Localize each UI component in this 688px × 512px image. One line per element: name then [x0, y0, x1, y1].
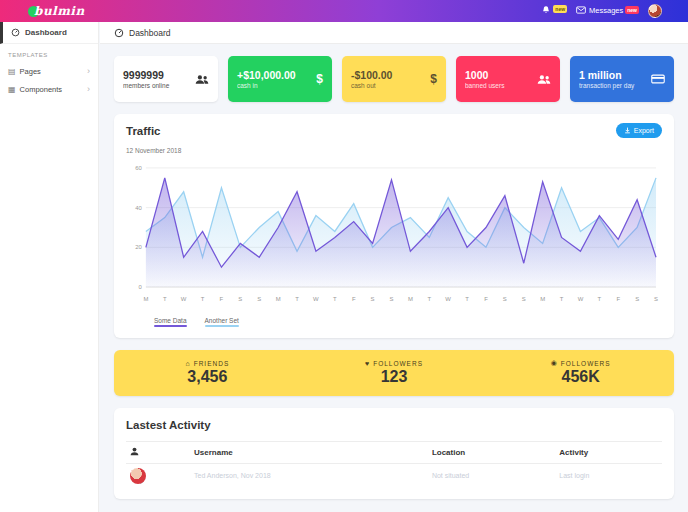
stat-label: banned users	[465, 82, 504, 89]
summary-label: FOLLOWERS	[373, 360, 423, 367]
svg-text:S: S	[371, 296, 375, 302]
latest-activity-title: Lastest Activity	[126, 419, 662, 431]
svg-text:S: S	[238, 296, 242, 302]
sidebar-item-pages[interactable]: ▤ Pages ›	[0, 62, 98, 80]
svg-text:S: S	[654, 296, 658, 302]
export-button[interactable]: Export	[616, 123, 662, 138]
page-title: Dashboard	[129, 28, 171, 38]
latest-activity-card: Lastest Activity Username Location Activ…	[114, 408, 674, 499]
user-avatar[interactable]	[648, 4, 662, 18]
stat-card-members: 9999999 members online	[114, 56, 218, 102]
stat-card-banned-users: 1000 banned users	[456, 56, 560, 102]
svg-text:T: T	[427, 296, 431, 302]
activity-table: Username Location Activity Ted Anderson,…	[126, 441, 662, 488]
svg-text:T: T	[465, 296, 469, 302]
summary-value: 456K	[487, 368, 674, 386]
svg-text:T: T	[560, 296, 564, 302]
svg-text:F: F	[616, 296, 620, 302]
summary-followers-2: ◉ FOLLOWERS 456K	[487, 359, 674, 386]
chevron-right-icon: ›	[87, 66, 90, 76]
brand-name: bulmin	[34, 4, 85, 18]
svg-text:T: T	[598, 296, 602, 302]
top-navbar: bulmin new Messages new	[0, 0, 688, 22]
stat-label: cash out	[351, 82, 392, 89]
sidebar-item-dashboard[interactable]: Dashboard	[0, 22, 98, 44]
sidebar-item-label: Dashboard	[25, 28, 67, 37]
svg-text:W: W	[445, 296, 451, 302]
traffic-card: Traffic Export 12 November 2018 0204060M…	[114, 114, 674, 338]
column-header-activity: Activity	[555, 441, 662, 463]
svg-text:T: T	[163, 296, 167, 302]
stat-label: cash in	[237, 82, 296, 89]
stat-value: +$10,000.00	[237, 69, 296, 82]
bank-icon: ⌂	[185, 360, 190, 367]
messages-label: Messages	[589, 6, 623, 15]
traffic-chart: 0204060MTWTFSSMTWTFSSMTWTFSSMTWTFSS	[126, 160, 662, 315]
traffic-title: Traffic	[126, 125, 662, 137]
sidebar-item-label: Components	[20, 85, 63, 94]
column-header-username: Username	[190, 441, 428, 463]
svg-text:W: W	[181, 296, 187, 302]
row-avatar	[130, 468, 146, 484]
stat-value: 1 million	[579, 69, 634, 82]
svg-text:T: T	[295, 296, 299, 302]
stat-card-cash-out: -$100.00 cash out $	[342, 56, 446, 102]
table-row: Ted Anderson, Nov 2018 Not situated Last…	[126, 463, 662, 488]
chart-legend: Some Data Another Set	[154, 317, 662, 327]
traffic-date: 12 November 2018	[126, 147, 662, 154]
svg-text:T: T	[333, 296, 337, 302]
svg-text:S: S	[390, 296, 394, 302]
legend-item-another-set[interactable]: Another Set	[205, 317, 239, 327]
main-content: 9999999 members online +$10,000.00 cash …	[100, 44, 688, 512]
stat-label: members online	[123, 82, 169, 89]
users-icon	[195, 74, 209, 85]
user-icon: ◉	[551, 359, 558, 367]
sidebar-item-components[interactable]: ▦ Components ›	[0, 80, 98, 98]
gauge-icon	[114, 28, 124, 38]
messages-badge: new	[625, 6, 639, 14]
person-icon	[130, 449, 139, 458]
svg-text:S: S	[522, 296, 526, 302]
sidebar-section-templates: TEMPLATES	[0, 44, 98, 62]
legend-item-some-data[interactable]: Some Data	[154, 317, 187, 327]
svg-text:F: F	[220, 296, 224, 302]
svg-text:S: S	[257, 296, 261, 302]
stat-value: 9999999	[123, 69, 169, 82]
dollar-icon: $	[316, 72, 323, 86]
svg-text:F: F	[484, 296, 488, 302]
breadcrumb: Dashboard	[100, 22, 688, 44]
cell-location: Not situated	[428, 463, 555, 488]
svg-text:M: M	[540, 296, 545, 302]
chevron-right-icon: ›	[87, 84, 90, 94]
cell-activity: Last login	[555, 463, 662, 488]
stat-card-cash-in: +$10,000.00 cash in $	[228, 56, 332, 102]
summary-bar: ⌂ FRIENDS 3,456 ♥ FOLLOWERS 123 ◉ FOLLOW…	[114, 350, 674, 396]
summary-label: FOLLOWERS	[561, 360, 611, 367]
stat-cards-row: 9999999 members online +$10,000.00 cash …	[114, 56, 674, 102]
svg-text:M: M	[408, 296, 413, 302]
summary-label: FRIENDS	[194, 360, 230, 367]
summary-value: 3,456	[114, 368, 301, 386]
svg-text:S: S	[503, 296, 507, 302]
pages-icon: ▤	[8, 67, 16, 76]
svg-text:0: 0	[139, 284, 143, 290]
svg-text:40: 40	[135, 205, 142, 211]
summary-value: 123	[301, 368, 488, 386]
svg-text:M: M	[276, 296, 281, 302]
stat-card-transactions: 1 million transaction per day	[570, 56, 674, 102]
sidebar-item-label: Pages	[20, 67, 41, 76]
messages-button[interactable]: Messages new	[576, 6, 639, 16]
svg-text:F: F	[352, 296, 356, 302]
svg-text:W: W	[578, 296, 584, 302]
credit-card-icon	[651, 74, 665, 84]
column-header-location: Location	[428, 441, 555, 463]
notifications-button[interactable]: new	[541, 5, 567, 17]
notifications-badge: new	[553, 5, 567, 13]
brand-logo[interactable]: bulmin	[28, 4, 85, 18]
envelope-icon	[576, 6, 586, 16]
summary-followers: ♥ FOLLOWERS 123	[301, 360, 488, 386]
summary-friends: ⌂ FRIENDS 3,456	[114, 360, 301, 386]
stat-label: transaction per day	[579, 82, 634, 89]
download-icon	[624, 127, 631, 134]
users-icon	[537, 74, 551, 85]
